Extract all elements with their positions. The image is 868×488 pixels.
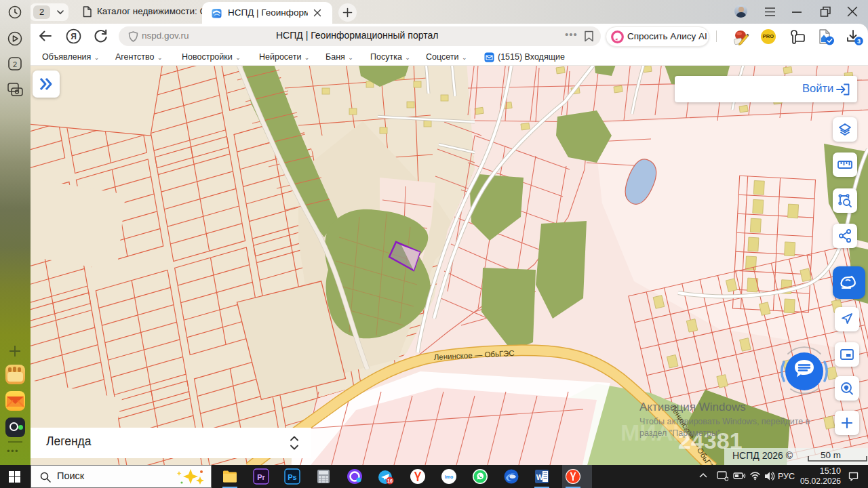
svg-text:Ps: Ps [288, 473, 296, 481]
svg-text:Я: Я [71, 32, 77, 41]
svg-text:16: 16 [387, 479, 393, 483]
svg-text:3: 3 [857, 38, 861, 45]
svg-text:2: 2 [13, 60, 17, 68]
svg-text:Pr: Pr [257, 473, 265, 481]
svg-text:imo: imo [445, 474, 453, 479]
svg-text:W: W [536, 473, 544, 481]
